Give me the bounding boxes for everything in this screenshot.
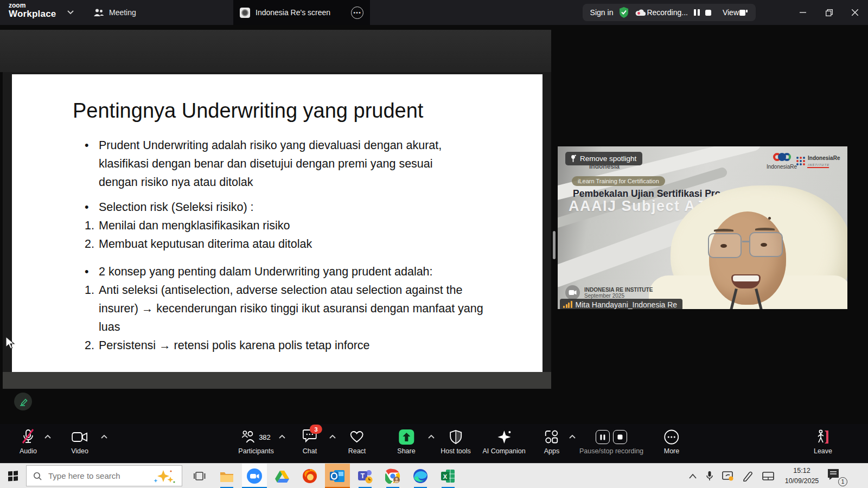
apps-options-chevron[interactable]	[569, 435, 576, 439]
search-input[interactable]	[47, 471, 131, 481]
audio-button[interactable]: Audio	[20, 429, 37, 455]
pause-recording-icon[interactable]	[693, 9, 700, 16]
connection-signal-icon	[563, 301, 572, 308]
windows-logo-icon	[8, 471, 18, 481]
ai-companion-button[interactable]: AI Companion	[482, 429, 525, 455]
speaker-mouth	[731, 274, 761, 288]
taskbar-google-drive[interactable]	[270, 464, 295, 488]
taskbar-edge[interactable]	[408, 464, 433, 488]
slide-item: • Prudent Underwriting adalah risiko yan…	[85, 136, 535, 191]
cloud-recording-icon	[635, 8, 647, 17]
view-layout-icon[interactable]	[739, 9, 748, 17]
windows-taskbar: T	[0, 463, 868, 488]
chat-button[interactable]: 3 Chat	[303, 429, 317, 455]
sign-in-button[interactable]: Sign in	[590, 8, 614, 17]
clock-date: 10/09/2025	[782, 476, 821, 486]
copilot-sparkle-icon	[152, 468, 175, 484]
tray-hidden-icons-chevron[interactable]	[689, 464, 697, 488]
apps-button[interactable]: Apps	[544, 429, 560, 455]
slide-item: 2. Membuat keputusan diterima atau ditol…	[85, 235, 535, 253]
workspace-chevron-icon[interactable]	[67, 10, 74, 15]
react-button[interactable]: React	[348, 429, 366, 455]
taskbar-file-explorer[interactable]	[214, 464, 239, 488]
audio-options-chevron[interactable]	[44, 435, 51, 439]
shield-icon	[449, 430, 462, 444]
minimize-button[interactable]	[790, 0, 816, 25]
window-controls	[790, 0, 868, 25]
tray-pen-icon[interactable]	[742, 464, 753, 488]
taskbar-outlook[interactable]	[325, 464, 350, 488]
start-button[interactable]	[0, 464, 26, 488]
firefox-icon	[302, 468, 317, 484]
notification-count-badge: 1	[838, 477, 847, 486]
task-view-button[interactable]	[194, 464, 206, 488]
slide-item: 1. Menilai dan mengklasifikasikan risiko	[85, 216, 535, 235]
participants-button[interactable]: 382 Participants	[238, 429, 273, 455]
slide-item: 2. Persistensi → retensi polis karena po…	[85, 336, 535, 355]
remove-spotlight-label: Remove spotlight	[580, 155, 636, 163]
speaker-video-tile[interactable]: Indonesia iLearn Training for Certificat…	[558, 146, 847, 309]
speaker-mole	[768, 217, 771, 220]
shared-app-bottom-bar	[3, 372, 551, 389]
tab-shared-screen[interactable]: Indonesia Re's screen •••	[233, 0, 370, 25]
presentation-slide: Pentingnya Underwriting yang prudent • P…	[12, 74, 542, 372]
leave-door-icon	[816, 429, 830, 445]
taskbar-search[interactable]	[26, 465, 182, 486]
share-button[interactable]: Share	[397, 429, 415, 455]
notification-center-button[interactable]: 1	[827, 468, 845, 485]
close-button[interactable]	[842, 0, 868, 25]
share-options-chevron[interactable]	[428, 435, 435, 439]
taskbar-excel[interactable]: X	[436, 464, 461, 488]
stop-recording-icon[interactable]	[705, 9, 712, 16]
meeting-toolbar: Audio Video 382 Pa	[0, 424, 868, 463]
zoom-app-icon	[246, 468, 263, 484]
speaker-eye	[720, 244, 727, 248]
institute-logo-sub: INSTITUTE	[807, 163, 830, 168]
meeting-controls-pill: Sign in Recording... View	[583, 4, 756, 21]
speaker-eyebrow	[714, 229, 733, 232]
security-shield-icon[interactable]	[618, 7, 629, 18]
slide-title: Pentingnya Underwriting yang prudent	[73, 98, 542, 123]
org-name: INDONESIA RE INSTITUTE	[584, 287, 653, 293]
muted-mic-icon	[21, 429, 35, 445]
tab-meeting[interactable]: Meeting	[93, 0, 136, 25]
org-overlay: INDONESIA RE INSTITUTE September 2025	[565, 285, 653, 300]
slide-item: • Selection risk (Seleksi risiko) :	[85, 198, 535, 216]
more-button[interactable]: More	[664, 429, 679, 455]
tray-microphone-icon[interactable]	[706, 464, 713, 488]
leave-button[interactable]: Leave	[814, 429, 832, 455]
more-ellipsis-icon	[664, 429, 679, 445]
scrollbar-thumb[interactable]	[553, 231, 556, 259]
taskbar-zoom[interactable]	[242, 464, 267, 488]
annotate-button[interactable]	[14, 393, 32, 410]
pencil-icon	[18, 397, 28, 407]
taskbar-clock[interactable]: 15:12 10/09/2025	[782, 466, 821, 486]
participants-options-chevron[interactable]	[279, 435, 285, 439]
taskbar-teams[interactable]: T	[353, 464, 378, 488]
taskbar-firefox[interactable]	[297, 464, 322, 488]
taskbar-chrome[interactable]	[380, 464, 405, 488]
chat-options-chevron[interactable]	[329, 435, 336, 439]
speaker-face	[709, 211, 786, 305]
tray-touchpad-icon[interactable]	[762, 464, 774, 488]
mouse-cursor	[5, 336, 15, 350]
video-button[interactable]: Video	[71, 429, 88, 455]
participants-count: 382	[259, 433, 271, 441]
remove-spotlight-button[interactable]: Remove spotlight	[565, 152, 642, 165]
view-button[interactable]: View	[723, 8, 739, 17]
indonesia-re-logo-text: IndonesiaRe	[763, 164, 801, 170]
svg-text:T: T	[361, 472, 365, 480]
stop-recording-button[interactable]	[613, 430, 627, 444]
indonesia-re-institute-logo: IndonesiaRe INSTITUTE	[796, 155, 840, 168]
maximize-button[interactable]	[816, 0, 842, 25]
heart-icon	[350, 431, 364, 444]
tray-screen-share-icon[interactable]	[722, 464, 734, 488]
chat-unread-badge: 3	[310, 425, 322, 434]
video-options-chevron[interactable]	[101, 435, 107, 439]
recording-status-label: Recording...	[647, 8, 687, 17]
tab-options-icon[interactable]: •••	[351, 7, 363, 19]
svg-text:X: X	[443, 473, 448, 480]
pause-recording-button[interactable]	[596, 430, 610, 444]
host-tools-button[interactable]: Host tools	[441, 429, 471, 455]
participants-icon	[241, 431, 256, 444]
